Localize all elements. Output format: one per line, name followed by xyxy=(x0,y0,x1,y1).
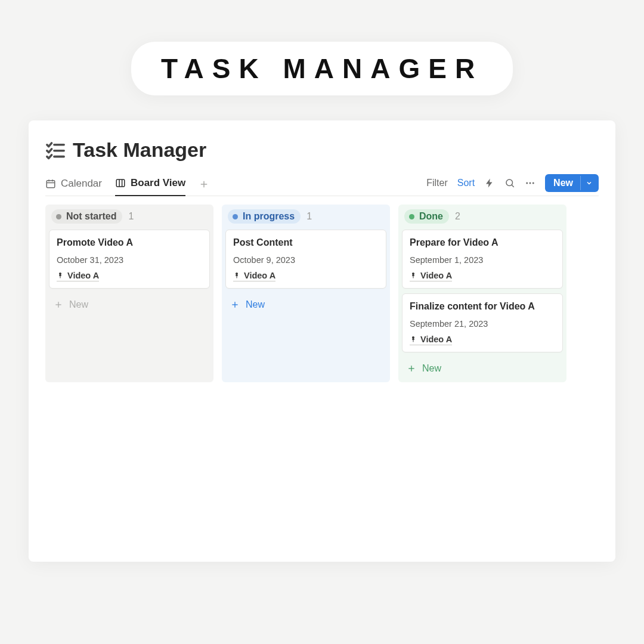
svg-rect-7 xyxy=(116,179,125,187)
card-date: September 1, 2023 xyxy=(410,255,555,265)
pin-icon xyxy=(410,271,417,280)
status-dot-icon xyxy=(56,214,61,219)
card-tag[interactable]: Video A xyxy=(410,271,452,281)
plus-icon xyxy=(199,179,209,190)
new-button-dropdown[interactable] xyxy=(580,176,599,190)
svg-point-12 xyxy=(506,179,513,186)
search-icon xyxy=(504,178,515,188)
svg-point-16 xyxy=(532,182,534,184)
new-button-label: New xyxy=(545,174,580,192)
column-new-label: New xyxy=(246,299,265,310)
pin-icon xyxy=(57,271,64,280)
search-button[interactable] xyxy=(504,178,515,188)
tab-calendar[interactable]: Calendar xyxy=(45,173,102,196)
card-date: October 31, 2023 xyxy=(57,255,202,265)
card-tag[interactable]: Video A xyxy=(57,271,99,281)
column-new-button[interactable]: New xyxy=(402,357,563,376)
card-tag[interactable]: Video A xyxy=(410,335,452,345)
checklist-icon xyxy=(45,140,66,160)
page-title: Task Manager xyxy=(73,138,206,162)
board: Not started1Promote Video AOctober 31, 2… xyxy=(45,196,599,382)
tab-calendar-label: Calendar xyxy=(61,178,102,190)
status-count: 1 xyxy=(128,211,134,222)
column-done: Done2Prepare for Video ASeptember 1, 202… xyxy=(398,205,566,382)
page-header: Task Manager xyxy=(45,138,599,162)
card-date: September 21, 2023 xyxy=(410,319,555,329)
plus-icon xyxy=(230,300,240,309)
status-label: Done xyxy=(419,211,443,222)
status-label: Not started xyxy=(66,211,116,222)
svg-point-14 xyxy=(526,182,528,184)
status-pill[interactable]: Not started xyxy=(51,209,122,224)
lightning-icon xyxy=(484,178,495,188)
tab-board-view[interactable]: Board View xyxy=(115,172,185,196)
tabs-right: Filter Sort New xyxy=(426,174,599,194)
more-button[interactable] xyxy=(525,178,535,188)
more-icon xyxy=(525,178,535,188)
status-count: 1 xyxy=(306,211,312,222)
pin-icon xyxy=(410,335,417,343)
column-new-button[interactable]: New xyxy=(225,293,386,312)
svg-rect-3 xyxy=(47,180,55,187)
task-card[interactable]: Finalize content for Video ASeptember 21… xyxy=(402,293,563,352)
card-title: Post Content xyxy=(233,237,379,248)
status-label: In progress xyxy=(243,211,295,222)
status-pill[interactable]: In progress xyxy=(228,209,301,224)
hero-title: TASK MANAGER xyxy=(131,42,513,95)
column-new-label: New xyxy=(69,299,88,310)
card-tag-label: Video A xyxy=(244,271,275,280)
filter-button[interactable]: Filter xyxy=(426,178,448,188)
card-title: Finalize content for Video A xyxy=(410,301,555,312)
card-tag-label: Video A xyxy=(67,271,99,280)
automations-button[interactable] xyxy=(484,178,495,188)
card-title: Promote Video A xyxy=(57,237,202,248)
column-header: Not started1 xyxy=(49,209,210,230)
tab-board-label: Board View xyxy=(131,177,185,189)
column-new-button[interactable]: New xyxy=(49,293,210,312)
task-card[interactable]: Promote Video AOctober 31, 2023Video A xyxy=(49,230,210,289)
plus-icon xyxy=(54,300,63,309)
column-not_started: Not started1Promote Video AOctober 31, 2… xyxy=(45,205,213,382)
plus-icon xyxy=(407,364,416,373)
hero-banner: TASK MANAGER xyxy=(0,0,644,95)
column-new-label: New xyxy=(422,363,441,374)
sort-button[interactable]: Sort xyxy=(457,178,475,188)
card-date: October 9, 2023 xyxy=(233,255,379,265)
app-window: Task Manager Calendar Board View Filter … xyxy=(29,120,615,562)
board-icon xyxy=(115,178,126,188)
status-pill[interactable]: Done xyxy=(404,209,449,224)
calendar-icon xyxy=(45,178,56,189)
task-card[interactable]: Post ContentOctober 9, 2023Video A xyxy=(225,230,386,289)
status-dot-icon xyxy=(409,214,414,219)
tabs-left: Calendar Board View xyxy=(45,172,209,196)
card-title: Prepare for Video A xyxy=(410,237,555,248)
column-header: Done2 xyxy=(402,209,563,230)
card-tag-label: Video A xyxy=(420,335,452,344)
status-dot-icon xyxy=(233,214,238,219)
chevron-down-icon xyxy=(586,179,593,187)
add-view-button[interactable] xyxy=(199,179,209,190)
pin-icon xyxy=(233,271,240,280)
card-tag[interactable]: Video A xyxy=(233,271,275,281)
column-header: In progress1 xyxy=(225,209,386,230)
status-count: 2 xyxy=(455,211,460,222)
task-card[interactable]: Prepare for Video ASeptember 1, 2023Vide… xyxy=(402,230,563,289)
svg-line-13 xyxy=(512,185,514,187)
new-button[interactable]: New xyxy=(545,174,599,192)
column-in_progress: In progress1Post ContentOctober 9, 2023V… xyxy=(222,205,390,382)
card-tag-label: Video A xyxy=(420,271,452,280)
tabs-row: Calendar Board View Filter Sort xyxy=(45,172,599,196)
svg-point-15 xyxy=(530,182,531,184)
